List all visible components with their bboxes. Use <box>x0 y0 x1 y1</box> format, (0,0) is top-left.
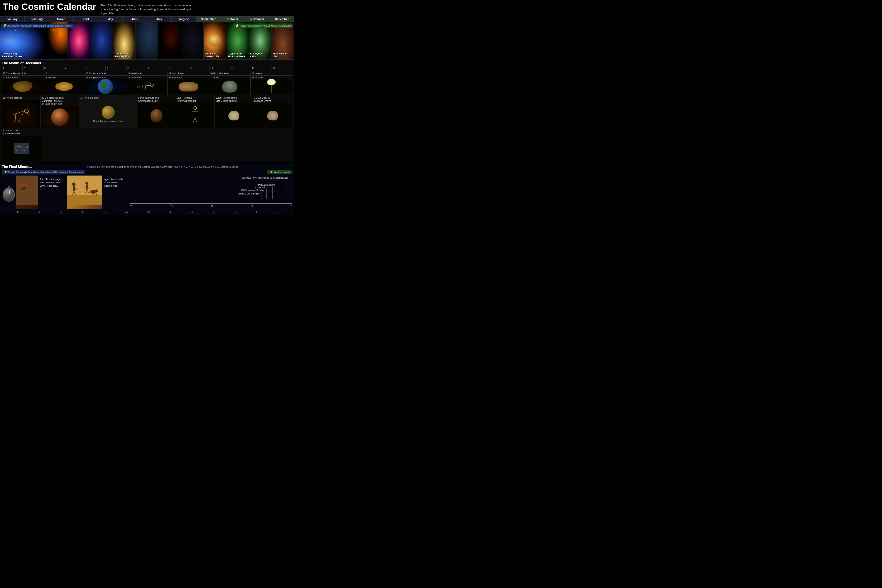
dec-event-15: 15 Trace Fossils Only <box>2 71 44 75</box>
svg-point-20 <box>194 106 196 110</box>
dynastic-china-label: Dynastic China Begins <box>238 192 260 195</box>
human-skeleton-upright <box>190 106 201 126</box>
agriculture-container: Agriculture Leads to Permanent Settlemen… <box>104 176 130 209</box>
axis-label-55: 55 <box>38 211 40 213</box>
month-bar: January February March April May June Ju… <box>0 16 294 22</box>
svg-line-23 <box>193 118 195 123</box>
dec-day-2: 2 <box>22 66 43 71</box>
december-title: The Month of December... <box>2 61 292 65</box>
mammal-creature <box>178 82 198 92</box>
dec-event-reptiles: 23 Reptiles <box>44 76 85 95</box>
1156-label: 11:56 to 11:59: Human Migration <box>2 128 41 136</box>
dec-day-1: 1 <box>2 66 22 71</box>
dinosaurs-label: 25 Dinosaurs <box>126 76 168 80</box>
apes-split-label: Dawn: Apes and Monkeys Split <box>93 120 123 122</box>
full-axis: 60 55 50 45 40 35 30 25 20 15 10 5 0 <box>2 210 292 213</box>
svg-line-2 <box>142 86 142 91</box>
bulb-icon-bottom-left: 💡 <box>4 171 7 174</box>
month-july: July <box>147 16 172 21</box>
flowers-label: 28 Flowers <box>250 76 292 80</box>
dec-event-tyrannosaurids: 29 Tyrannosaurids <box>2 95 41 128</box>
dec-event-pangaea: 24 Pangaea Forms <box>85 76 126 95</box>
timeline-header: The Final Minute... A human life only la… <box>2 165 292 169</box>
subtitle: The 13.8 billion year history of the uni… <box>100 3 192 15</box>
knowledge-banner-left: 💡 Known from telescopes looking back in … <box>1 24 74 28</box>
month-august: August <box>172 16 196 21</box>
bulb-icon-right: 💡 <box>235 24 238 28</box>
month-january: January <box>0 16 25 21</box>
dec-event-1152: 11:52: Modern Humans Evolve <box>253 95 292 128</box>
strip-label-oxygen: Oxygen from Photosynthesis <box>228 52 245 58</box>
1152-label: 11:52: Modern Humans Evolve <box>253 95 292 104</box>
dec-event-19: 19 Land Plants <box>168 71 209 75</box>
mammals-label: 26 Mammals <box>168 76 209 80</box>
kb-text-right: Written records <box>274 171 290 173</box>
dec-event-8pm: 8 PM: Humans and Chimpanzees Split <box>137 95 176 128</box>
kb-banner-right: 💡 Written records <box>267 170 292 174</box>
axis-label-25: 25 <box>169 211 171 213</box>
month-september: September <box>196 16 221 21</box>
dec-day-14: 14 <box>272 66 292 71</box>
axis-label-5: 5 <box>256 211 258 213</box>
reptiles-label: 23 Reptiles <box>44 76 84 80</box>
pangaea-label: 24 Pangaea Forms <box>85 76 126 80</box>
strip-label-bigbang: The Big Bang, Stars First Appear <box>1 52 22 58</box>
tick-label-0: 0 <box>291 205 292 207</box>
dinosaur-skeleton <box>136 80 158 93</box>
month-october: October <box>220 16 245 21</box>
8pm-label: 8 PM: Humans and Chimpanzees Split <box>137 95 176 104</box>
strip-august <box>181 22 204 60</box>
dec-day-6: 6 <box>105 66 126 71</box>
axis-label-10: 10 <box>234 211 237 213</box>
svg-rect-35 <box>73 186 75 191</box>
month-november: November <box>245 16 270 21</box>
dec-event-16: 16 <box>44 71 85 75</box>
dec-event-dinosaurs: 25 Dinosaurs <box>126 76 168 95</box>
knowledge-text-left: Known from telescopes looking back in ti… <box>8 25 72 27</box>
svg-point-40 <box>86 182 88 184</box>
bulb-icon-left: 💡 <box>3 24 6 28</box>
dec-event-1030: 10:30: Human Brain Size Begins Tripling <box>215 95 254 128</box>
old-testament-label: Old Testament, Buddha <box>241 189 264 191</box>
tick-label-10: 10 <box>211 205 213 207</box>
dec-day-8: 8 <box>147 66 168 71</box>
strip-july <box>158 22 181 60</box>
dec-events-row2: 22 Amphibians 23 Reptiles 24 Pangaea For… <box>2 76 292 95</box>
line-dynastic <box>256 195 256 199</box>
main-axis-line <box>16 210 278 210</box>
dec-event-925: 9:25: Humans First Walk Upright <box>176 95 215 128</box>
mohammed-label: Mohammed Born <box>258 184 275 186</box>
dec-event-mammals: 26 Mammals <box>168 76 209 95</box>
dec-day-12: 12 <box>230 66 250 71</box>
december-section: The Month of December... 1 2 3 4 5 6 7 8… <box>0 60 294 162</box>
month-december: December <box>270 16 294 21</box>
header: The Cosmic Calendar The 13.8 billion yea… <box>0 0 294 16</box>
dec-day-3: 3 <box>44 66 64 71</box>
planet-asteroid <box>51 108 69 126</box>
bottom-banners: 💡 Known from artifacts, radiocarbon dati… <box>2 170 292 174</box>
dec-event-finalday: 31 The Final Day... Dawn: Apes and Monke… <box>79 95 137 128</box>
tick-10 <box>211 203 211 205</box>
final-day-label: 31 The Final Day... <box>79 95 137 100</box>
dec-day-7: 7 <box>126 66 147 71</box>
strip-label-multicell: Multicellular Life <box>273 52 287 58</box>
svg-rect-33 <box>67 195 102 205</box>
month-june: June <box>123 16 147 21</box>
stopwatch-container <box>2 176 16 209</box>
knowledge-banner-right: 💡 Known from geologic record, fossils, g… <box>233 24 293 28</box>
christ-label: Christ Born <box>255 186 266 189</box>
strip-label-solar: The Solar System, Life <box>205 52 219 58</box>
axis-label-15: 15 <box>213 211 215 213</box>
egypt-svg <box>67 176 102 205</box>
axis-label-40: 40 <box>103 211 106 213</box>
axis-label-50: 50 <box>60 211 62 213</box>
axis-label-45: 45 <box>81 211 84 213</box>
svg-line-16 <box>12 114 15 115</box>
svg-line-19 <box>22 112 23 115</box>
dec-day-13: 13 <box>250 66 272 71</box>
svg-line-9 <box>149 82 150 83</box>
axis-label-0: 0 <box>277 211 278 213</box>
birds-label: 27 Birds <box>209 76 250 80</box>
timeline-content: End of Last Ice Age, Sea Level 400 Feet … <box>2 176 292 209</box>
bird-creature <box>222 81 237 93</box>
